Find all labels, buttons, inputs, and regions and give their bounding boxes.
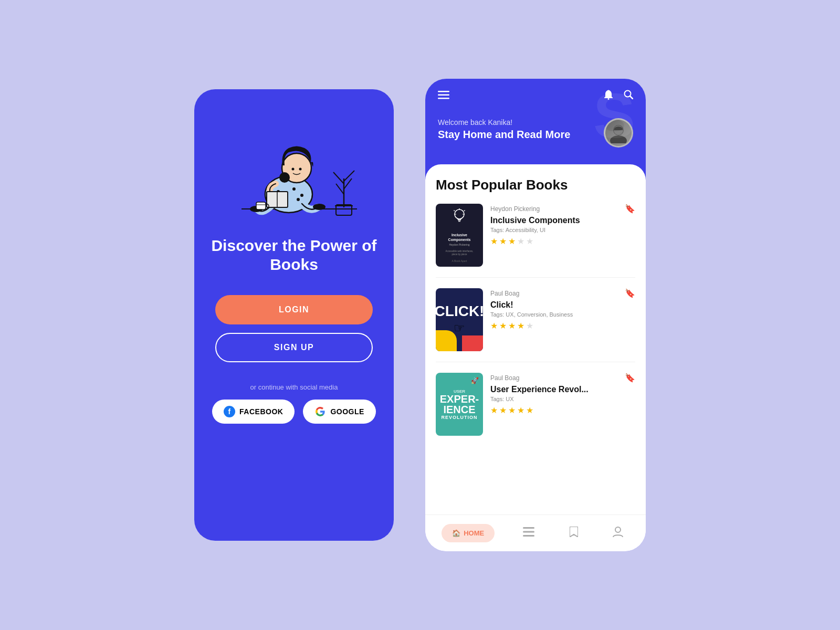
star-5: ★ <box>526 321 533 331</box>
bulb-icon <box>452 208 467 229</box>
book1-tags: Tags: Accessibility, UI <box>490 227 635 233</box>
svg-point-11 <box>292 187 296 191</box>
phone-header: S <box>425 79 646 164</box>
welcome-text: Welcome back Kanika! Stay Home and Read … <box>438 118 570 141</box>
book1-title: Inclusive Components <box>490 216 635 225</box>
hamburger-icon[interactable] <box>438 90 449 102</box>
book3-author: Paul Boag <box>490 374 519 382</box>
book2-bookmark-icon[interactable]: 🔖 <box>625 288 635 298</box>
star-2: ★ <box>499 405 507 415</box>
book1-author: Heydon Pickering <box>490 205 540 213</box>
svg-line-38 <box>454 211 455 212</box>
ue-revolution: REVOLUTION <box>441 415 477 420</box>
book2-stars: ★ ★ ★ ★ ★ <box>490 321 635 331</box>
signup-button[interactable]: SIGN UP <box>215 333 373 362</box>
svg-line-1 <box>336 184 344 194</box>
svg-rect-43 <box>523 531 534 533</box>
book1-stars: ★ ★ ★ ★ ★ <box>490 236 635 246</box>
svg-line-3 <box>333 172 344 184</box>
book-item: USER EXPER-IENCE REVOLUTION 🚀 Paul Boag … <box>436 373 635 446</box>
svg-line-4 <box>344 171 354 181</box>
svg-point-45 <box>615 527 621 532</box>
book1-info: Heydon Pickering 🔖 Inclusive Components … <box>490 204 635 246</box>
book1-cover-author: Heydon Pickering <box>448 243 471 247</box>
content-area: Most Popular Books <box>425 164 646 551</box>
svg-rect-44 <box>523 535 534 537</box>
svg-rect-26 <box>438 94 449 96</box>
social-label: or continue with social media <box>250 383 338 391</box>
profile-nav-button[interactable] <box>606 522 629 544</box>
book-cover-inclusive[interactable]: InclusiveComponents Heydon Pickering Acc… <box>436 204 483 267</box>
svg-point-19 <box>292 168 295 171</box>
facebook-button[interactable]: f FACEBOOK <box>212 400 295 424</box>
home-nav-label: HOME <box>464 529 484 537</box>
svg-point-14 <box>297 198 300 201</box>
content-scroll: Most Popular Books <box>425 164 646 514</box>
star-1: ★ <box>490 321 498 331</box>
book2-author-row: Paul Boag 🔖 <box>490 288 635 298</box>
facebook-icon: f <box>224 406 235 417</box>
star-5: ★ <box>526 405 533 415</box>
star-4: ★ <box>517 405 524 415</box>
greeting-text: Welcome back Kanika! <box>438 118 570 127</box>
rocket-icon: 🚀 <box>471 377 479 384</box>
book1-bookmark-icon[interactable]: 🔖 <box>625 204 635 214</box>
book-item: CLICK! ☞ Paul Boag 🔖 Click! Tags: UX, Co… <box>436 288 635 362</box>
book2-info: Paul Boag 🔖 Click! Tags: UX, Conversion,… <box>490 288 635 331</box>
home-nav-icon: 🏠 <box>452 529 460 537</box>
star-3: ★ <box>508 236 516 246</box>
cover2-accent1 <box>436 330 457 351</box>
ue-title: EXPER-IENCE <box>440 394 479 415</box>
svg-rect-23 <box>256 202 266 209</box>
star-3: ★ <box>508 405 516 415</box>
star-4: ★ <box>517 321 524 331</box>
book1-cover-sub: Accessible web interfaces,piece by piece <box>445 250 473 256</box>
google-label: GOOGLE <box>330 407 364 416</box>
right-phone: S <box>425 79 646 551</box>
tagline: Discover the Power of Books <box>210 236 378 274</box>
svg-point-32 <box>610 135 627 143</box>
svg-point-20 <box>299 168 302 171</box>
welcome-section: Welcome back Kanika! Stay Home and Read … <box>438 118 633 156</box>
star-2: ★ <box>499 236 507 246</box>
headline-text: Stay Home and Read More <box>438 129 570 141</box>
left-phone: Discover the Power of Books LOGIN SIGN U… <box>194 89 394 541</box>
nav-bar <box>438 89 633 102</box>
login-button[interactable]: LOGIN <box>215 295 373 324</box>
book-item: InclusiveComponents Heydon Pickering Acc… <box>436 204 635 278</box>
cover2-title: CLICK! <box>436 304 483 319</box>
search-icon[interactable] <box>624 90 633 102</box>
star-1: ★ <box>490 236 498 246</box>
svg-line-39 <box>464 211 465 212</box>
avatar-image <box>605 120 632 146</box>
book2-author: Paul Boag <box>490 290 519 297</box>
book-cover-ux[interactable]: USER EXPER-IENCE REVOLUTION 🚀 <box>436 373 483 436</box>
book3-bookmark-icon[interactable]: 🔖 <box>625 373 635 383</box>
notification-icon[interactable] <box>604 89 613 102</box>
book3-info: Paul Boag 🔖 User Experience Revol... Tag… <box>490 373 635 415</box>
star-1: ★ <box>490 405 498 415</box>
google-button[interactable]: GOOGLE <box>303 400 375 424</box>
star-3: ★ <box>508 321 516 331</box>
section-title: Most Popular Books <box>436 177 635 193</box>
book1-publisher: A Book Apart <box>452 259 467 262</box>
nav-right <box>604 89 633 102</box>
home-nav-button[interactable]: 🏠 HOME <box>442 524 495 542</box>
star-2: ★ <box>499 321 507 331</box>
list-nav-button[interactable] <box>517 523 541 543</box>
svg-point-12 <box>300 194 303 197</box>
svg-rect-27 <box>438 98 449 99</box>
cover2-accent2 <box>462 335 483 351</box>
cover2-cursor: ☞ <box>454 321 465 335</box>
book2-tags: Tags: UX, Conversion, Business <box>490 311 635 318</box>
book2-title: Click! <box>490 300 635 310</box>
star-4: ★ <box>517 236 524 246</box>
svg-rect-25 <box>438 91 449 92</box>
social-buttons: f FACEBOOK GOOGLE <box>212 400 376 424</box>
book-cover-click[interactable]: CLICK! ☞ <box>436 288 483 351</box>
avatar <box>604 118 633 148</box>
bookmark-nav-button[interactable] <box>563 522 584 544</box>
bottom-nav: 🏠 HOME <box>425 514 646 551</box>
facebook-label: FACEBOOK <box>239 407 283 416</box>
book3-title: User Experience Revol... <box>490 385 635 394</box>
